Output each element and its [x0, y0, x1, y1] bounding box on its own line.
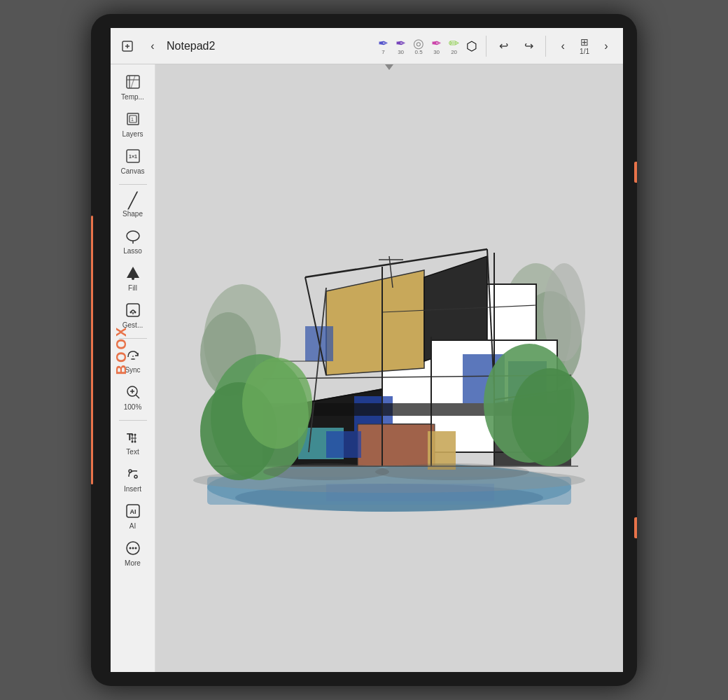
sidebar-item-ai[interactable]: AI AI — [113, 499, 153, 535]
pen5-tool[interactable]: ✏ 20 — [446, 36, 462, 57]
zoom-label: 100% — [124, 403, 142, 412]
next-page-button[interactable]: › — [595, 35, 617, 57]
svg-point-30 — [131, 441, 133, 443]
svg-point-38 — [132, 547, 134, 550]
shape-label: Shape — [122, 210, 143, 218]
sidebar-item-lasso[interactable]: Lasso — [113, 224, 153, 260]
svg-line-21 — [136, 395, 139, 398]
svg-point-28 — [131, 434, 133, 436]
svg-rect-58 — [358, 424, 435, 466]
more-label: More — [125, 559, 141, 568]
fill-icon — [125, 265, 141, 283]
text-label: Text — [126, 448, 139, 456]
insert-label: Insert — [124, 485, 141, 493]
svg-point-85 — [375, 463, 529, 480]
document-title: Notepad2 — [167, 40, 215, 52]
pen2-tool[interactable]: ✒ 30 — [393, 36, 409, 57]
page-indicator: ⊞ 1/1 — [580, 36, 589, 55]
fill-label: Fill — [128, 284, 137, 293]
drawing-canvas[interactable] — [155, 64, 623, 672]
svg-point-29 — [134, 434, 136, 436]
shape-icon: ╱ — [128, 193, 137, 209]
sidebar-item-canvas[interactable]: 1×1 Canvas — [113, 144, 153, 180]
sidebar-item-template[interactable]: Temp... — [113, 70, 153, 106]
svg-point-81 — [242, 358, 312, 449]
home-button[interactable] — [116, 35, 139, 57]
pen1-tool[interactable]: ✒ 7 — [375, 36, 391, 57]
layers-label: Layers — [122, 130, 143, 139]
svg-rect-62 — [326, 431, 361, 458]
sidebar-item-text[interactable]: T Text — [113, 425, 153, 461]
sidebar-divider3 — [119, 420, 147, 421]
svg-point-37 — [129, 547, 131, 550]
svg-point-15 — [130, 312, 132, 314]
sidebar-item-more[interactable]: More — [113, 536, 153, 572]
screen: ‹ Notepad2 ✒ 7 ✒ 30 ◎ 0.5 — [111, 28, 623, 672]
canvas-icon: 1×1 — [125, 148, 141, 166]
svg-point-32 — [129, 470, 132, 472]
svg-point-83 — [512, 368, 589, 466]
back-button[interactable]: ‹ — [141, 35, 164, 57]
pen3-tool[interactable]: ◎ 0.5 — [410, 36, 427, 57]
sidebar-item-zoom[interactable]: 100% — [113, 380, 153, 416]
pen-tools: ✒ 7 ✒ 30 ◎ 0.5 ✒ 30 ✏ 20 — [375, 36, 480, 57]
svg-point-10 — [127, 231, 139, 241]
sidebar-item-fill[interactable]: Fill — [113, 261, 153, 297]
svg-point-39 — [134, 547, 136, 550]
gesture-icon — [125, 302, 141, 320]
lasso-label: Lasso — [123, 247, 142, 255]
svg-point-31 — [134, 441, 136, 443]
pen4-tool[interactable]: ✒ 30 — [428, 36, 444, 57]
right-button-bottom[interactable] — [634, 517, 637, 538]
undo-button[interactable]: ↩ — [492, 35, 514, 57]
template-icon — [125, 74, 141, 92]
architecture-sketch — [186, 186, 592, 550]
lasso-icon — [125, 228, 141, 246]
svg-point-84 — [263, 463, 389, 480]
svg-marker-51 — [326, 270, 424, 375]
text-icon: T — [125, 429, 141, 447]
svg-point-13 — [132, 277, 134, 280]
svg-point-33 — [134, 475, 137, 478]
svg-text:1: 1 — [131, 117, 134, 122]
svg-point-16 — [134, 312, 136, 314]
toolbar-divider1 — [486, 36, 486, 57]
redo-button[interactable]: ↪ — [517, 35, 540, 57]
ai-icon: AI — [125, 503, 141, 521]
svg-marker-12 — [127, 267, 139, 278]
nav-group: ‹ Notepad2 — [116, 35, 226, 57]
content-area: Temp... 1 Layers — [111, 64, 623, 672]
toolbar-divider2 — [545, 36, 546, 57]
sidebar-item-insert[interactable]: Insert — [113, 462, 153, 498]
ai-label: AI — [130, 522, 136, 531]
sidebar-item-shape[interactable]: ╱ Shape — [113, 189, 153, 223]
sidebar-divider1 — [119, 184, 147, 185]
canvas-label: Canvas — [121, 167, 145, 176]
zoom-icon — [125, 384, 141, 402]
svg-text:AI: AI — [130, 508, 136, 515]
prev-page-button[interactable]: ‹ — [552, 35, 574, 57]
sidebar-item-layers[interactable]: 1 Layers — [113, 107, 153, 143]
eraser-tool[interactable]: ⬡ — [463, 38, 480, 54]
svg-rect-86 — [326, 484, 494, 501]
right-button-top[interactable] — [634, 162, 637, 183]
svg-text:1×1: 1×1 — [129, 154, 137, 159]
toolbar: ‹ Notepad2 ✒ 7 ✒ 30 ◎ 0.5 — [111, 28, 623, 64]
svg-line-4 — [131, 76, 135, 88]
brand-logo: BOOX — [113, 326, 130, 375]
more-icon — [125, 540, 141, 558]
layers-icon: 1 — [125, 111, 141, 129]
template-label: Temp... — [121, 93, 144, 102]
device-body: BOOX ‹ Notepad2 ✒ — [91, 14, 637, 686]
insert-icon — [125, 466, 141, 484]
